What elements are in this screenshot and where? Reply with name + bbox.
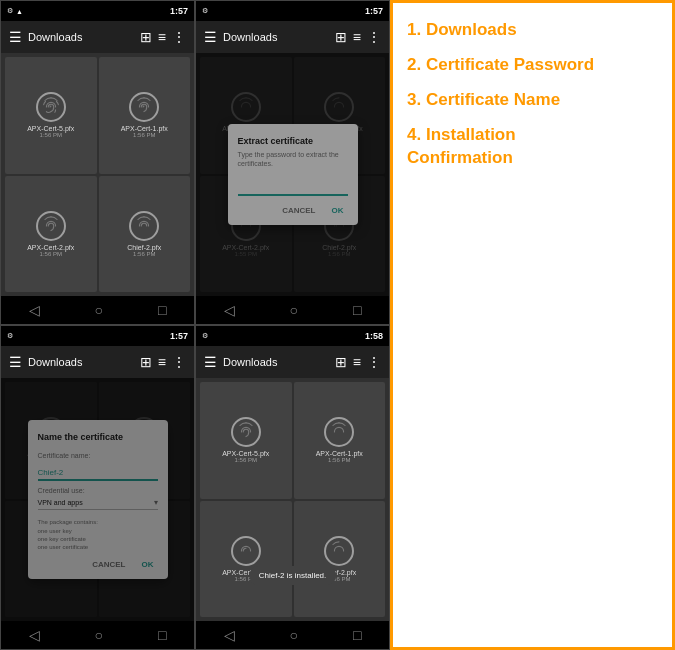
more-icon-3[interactable]: ⋮ xyxy=(172,354,186,370)
grid-icon-1[interactable]: ⊞ xyxy=(140,29,152,45)
toast-notification: Chief-2 is installed. xyxy=(249,566,337,585)
grid-icon-4[interactable]: ⊞ xyxy=(335,354,347,370)
recents-btn-3[interactable]: □ xyxy=(158,627,166,643)
more-icon-2[interactable]: ⋮ xyxy=(367,29,381,45)
cert-name-overlay: Name the certificate Certificate name: C… xyxy=(1,378,194,621)
cancel-button-2[interactable]: CANCEL xyxy=(278,204,319,217)
sort-icon-1[interactable]: ≡ xyxy=(158,29,166,45)
file-time-1-2: 1:56 PM xyxy=(133,132,155,138)
cert-name-input[interactable] xyxy=(38,466,158,481)
instruction-text-4: 4. InstallationConfirmation xyxy=(407,124,658,170)
dialog-actions-2: CANCEL OK xyxy=(238,204,348,217)
dialog-title-2: Extract certificate xyxy=(238,136,348,146)
status-bar-3: ⚙ 1:57 xyxy=(1,326,194,346)
sort-icon-3[interactable]: ≡ xyxy=(158,354,166,370)
sort-icon-2[interactable]: ≡ xyxy=(353,29,361,45)
file-item-4-2[interactable]: APX-Cert-1.pfx 1:56 PM xyxy=(294,382,386,499)
time-display-2: 1:57 xyxy=(365,6,383,16)
menu-icon-3[interactable]: ☰ xyxy=(9,354,22,370)
status-icons-right-3: 1:57 xyxy=(170,331,188,341)
menu-icon-4[interactable]: ☰ xyxy=(204,354,217,370)
screen-2: ⚙ 1:57 ☰ Downloads ⊞ ≡ ⋮ AP xyxy=(195,0,390,325)
ok-button-3[interactable]: OK xyxy=(138,558,158,571)
extract-cert-dialog: Extract certificate Type the password to… xyxy=(228,124,358,225)
status-icons-right: 1:57 xyxy=(170,6,188,16)
back-btn-1[interactable]: ◁ xyxy=(29,302,40,318)
screen-1: ⚙ ▲ 1:57 ☰ Downloads ⊞ ≡ ⋮ xyxy=(0,0,195,325)
bt-icon-3: ⚙ xyxy=(7,332,13,340)
home-btn-4[interactable]: ○ xyxy=(290,627,298,643)
status-icons-left-3: ⚙ xyxy=(7,332,13,340)
file-name-1-1: APX-Cert-5.pfx xyxy=(27,125,74,132)
password-input[interactable] xyxy=(238,181,348,196)
menu-icon-1[interactable]: ☰ xyxy=(9,29,22,45)
app-title-1: Downloads xyxy=(28,31,134,43)
instruction-3: 3. Certificate Name xyxy=(407,89,658,112)
file-item-4-4[interactable]: Chief-2.pfx 1:56 PM xyxy=(294,501,386,618)
file-item-4-1[interactable]: APX-Cert-5.pfx 1:56 PM xyxy=(200,382,292,499)
instruction-text-2: 2. Certificate Password xyxy=(407,54,658,77)
file-item-1-3[interactable]: APX-Cert-2.pfx 1:56 PM xyxy=(5,176,97,293)
bt-icon: ⚙ xyxy=(7,7,13,15)
home-btn-2[interactable]: ○ xyxy=(290,302,298,318)
more-icon-1[interactable]: ⋮ xyxy=(172,29,186,45)
app-bar-3: ☰ Downloads ⊞ ≡ ⋮ xyxy=(1,346,194,378)
file-item-1-2[interactable]: APX-Cert-1.pfx 1:56 PM xyxy=(99,57,191,174)
screen-4: ⚙ 1:58 ☰ Downloads ⊞ ≡ ⋮ xyxy=(195,325,390,650)
instruction-2: 2. Certificate Password xyxy=(407,54,658,77)
fingerprint-icon-1-4 xyxy=(129,211,159,241)
back-btn-4[interactable]: ◁ xyxy=(224,627,235,643)
cred-use-label: Credential use: xyxy=(38,487,158,494)
status-icons-right-2: 1:57 xyxy=(365,6,383,16)
fingerprint-icon-4-2 xyxy=(324,417,354,447)
file-grid-1: APX-Cert-5.pfx 1:56 PM APX-Cert-1.pfx xyxy=(1,53,194,296)
grid-icon-2[interactable]: ⊞ xyxy=(335,29,347,45)
back-btn-3[interactable]: ◁ xyxy=(29,627,40,643)
recents-btn-4[interactable]: □ xyxy=(353,627,361,643)
ok-button-2[interactable]: OK xyxy=(328,204,348,217)
back-btn-2[interactable]: ◁ xyxy=(224,302,235,318)
file-item-1-1[interactable]: APX-Cert-5.pfx 1:56 PM xyxy=(5,57,97,174)
cancel-button-3[interactable]: CANCEL xyxy=(88,558,129,571)
package-title: The package contains: xyxy=(38,518,158,526)
cert-dialog-title: Name the certificate xyxy=(38,432,158,442)
file-time-4-2: 1:56 PM xyxy=(328,457,350,463)
time-display-3: 1:57 xyxy=(170,331,188,341)
status-icons-right-4: 1:58 xyxy=(365,331,383,341)
sort-icon-4[interactable]: ≡ xyxy=(353,354,361,370)
cert-name-dialog: Name the certificate Certificate name: C… xyxy=(28,420,168,579)
file-item-4-3[interactable]: APX-Cert-2.pfx 1:56 PM xyxy=(200,501,292,618)
status-bar-4: ⚙ 1:58 xyxy=(196,326,389,346)
package-line-3: one user certificate xyxy=(38,543,158,551)
bt-icon-4: ⚙ xyxy=(202,332,208,340)
recents-btn-2[interactable]: □ xyxy=(353,302,361,318)
fingerprint-icon-1-2 xyxy=(129,92,159,122)
home-btn-1[interactable]: ○ xyxy=(95,302,103,318)
screen-3: ⚙ 1:57 ☰ Downloads ⊞ ≡ ⋮ APX-Cert-2.pfx … xyxy=(0,325,195,650)
file-time-4-1: 1:56 PM xyxy=(235,457,257,463)
app-bar-1: ☰ Downloads ⊞ ≡ ⋮ xyxy=(1,21,194,53)
fingerprint-icon-4-4 xyxy=(324,536,354,566)
more-icon-4[interactable]: ⋮ xyxy=(367,354,381,370)
menu-icon-2[interactable]: ☰ xyxy=(204,29,217,45)
fingerprint-icon-4-3 xyxy=(231,536,261,566)
package-line-2: one key certificate xyxy=(38,535,158,543)
file-name-1-3: APX-Cert-2.pfx xyxy=(27,244,74,251)
credential-use-dropdown[interactable]: VPN and apps ▾ xyxy=(38,496,158,510)
recents-btn-1[interactable]: □ xyxy=(158,302,166,318)
fingerprint-icon-1-3 xyxy=(36,211,66,241)
file-time-1-4: 1:56 PM xyxy=(133,251,155,257)
file-name-1-2: APX-Cert-1.pfx xyxy=(121,125,168,132)
file-name-4-2: APX-Cert-1.pfx xyxy=(316,450,363,457)
cert-dialog-actions: CANCEL OK xyxy=(38,558,158,571)
bt-icon-2: ⚙ xyxy=(202,7,208,15)
grid-icon-3[interactable]: ⊞ xyxy=(140,354,152,370)
home-btn-3[interactable]: ○ xyxy=(95,627,103,643)
bottom-nav-1: ◁ ○ □ xyxy=(1,296,194,324)
file-item-1-4[interactable]: Chief-2.pfx 1:56 PM xyxy=(99,176,191,293)
dialog-overlay-2: Extract certificate Type the password to… xyxy=(196,53,389,296)
file-name-4-1: APX-Cert-5.pfx xyxy=(222,450,269,457)
fingerprint-icon-4-1 xyxy=(231,417,261,447)
file-grid-2: APX-Cert-5.pfx 1:55 PM APX-Cert-1.pfx 1:… xyxy=(196,53,389,296)
bottom-nav-3: ◁ ○ □ xyxy=(1,621,194,649)
